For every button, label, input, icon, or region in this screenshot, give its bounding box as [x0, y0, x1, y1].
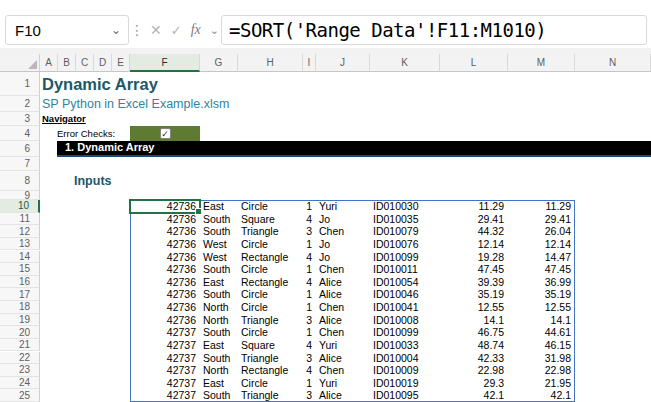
- cell-F13[interactable]: 42736: [130, 238, 200, 251]
- inputs-label-cell[interactable]: Inputs: [74, 171, 112, 191]
- cell-I13[interactable]: 1: [303, 238, 316, 251]
- cell-H21[interactable]: Square: [238, 339, 303, 352]
- cell-J25[interactable]: Alice: [316, 389, 370, 402]
- column-header-I[interactable]: I: [303, 54, 316, 72]
- cell-L22[interactable]: 42.33: [440, 352, 508, 365]
- cell-M10[interactable]: 11.29: [508, 200, 575, 213]
- cell-F15[interactable]: 42736: [130, 263, 200, 276]
- row-header-17[interactable]: 17: [0, 288, 40, 301]
- row-header-8[interactable]: 8: [0, 171, 40, 191]
- row-header-14[interactable]: 14: [0, 251, 40, 264]
- column-header-D[interactable]: D: [94, 54, 112, 72]
- formula-text[interactable]: =SORT('Range Data'!F11:M1010): [222, 19, 546, 41]
- cell-H25[interactable]: Triangle: [238, 389, 303, 402]
- cell-F14[interactable]: 42736: [130, 251, 200, 264]
- column-header-C[interactable]: C: [76, 54, 94, 72]
- row-header-6[interactable]: 6: [0, 141, 40, 157]
- cell-F18[interactable]: 42736: [130, 301, 200, 314]
- column-header-H[interactable]: H: [238, 54, 303, 72]
- cell-F21[interactable]: 42737: [130, 339, 200, 352]
- cell-L11[interactable]: 29.41: [440, 213, 508, 226]
- cell-G17[interactable]: South: [200, 288, 238, 301]
- cell-L13[interactable]: 12.14: [440, 238, 508, 251]
- cell-G25[interactable]: South: [200, 389, 238, 402]
- column-header-J[interactable]: J: [316, 54, 370, 72]
- cell-J13[interactable]: Jo: [316, 238, 370, 251]
- row-header-10[interactable]: 10: [0, 200, 40, 213]
- cell-J11[interactable]: Jo: [316, 213, 370, 226]
- column-header-M[interactable]: M: [508, 54, 575, 72]
- row-header-13[interactable]: 13: [0, 238, 40, 251]
- cell-J10[interactable]: Yuri: [316, 200, 370, 213]
- column-header-G[interactable]: G: [200, 54, 238, 72]
- cell-I24[interactable]: 1: [303, 377, 316, 390]
- cell-I25[interactable]: 3: [303, 389, 316, 402]
- column-header-B[interactable]: B: [58, 54, 76, 72]
- cell-F17[interactable]: 42736: [130, 288, 200, 301]
- cell-M12[interactable]: 26.04: [508, 225, 575, 238]
- row-header-18[interactable]: 18: [0, 301, 40, 314]
- cell-K22[interactable]: ID010004: [370, 352, 440, 365]
- cell-G13[interactable]: West: [200, 238, 238, 251]
- cell-J18[interactable]: Chen: [316, 301, 370, 314]
- cell-K25[interactable]: ID010095: [370, 389, 440, 402]
- cell-K17[interactable]: ID010046: [370, 288, 440, 301]
- cell-G12[interactable]: South: [200, 225, 238, 238]
- row-header-19[interactable]: 19: [0, 314, 40, 327]
- cell-L14[interactable]: 19.28: [440, 251, 508, 264]
- cell-M13[interactable]: 12.14: [508, 238, 575, 251]
- row-header-25[interactable]: 25: [0, 389, 40, 402]
- cell-I17[interactable]: 1: [303, 288, 316, 301]
- cell-K12[interactable]: ID010079: [370, 225, 440, 238]
- cell-H14[interactable]: Rectangle: [238, 251, 303, 264]
- cell-I14[interactable]: 4: [303, 251, 316, 264]
- cell-H22[interactable]: Triangle: [238, 352, 303, 365]
- cell-J12[interactable]: Chen: [316, 225, 370, 238]
- navigator-link-cell[interactable]: Navigator: [42, 112, 86, 126]
- cell-G14[interactable]: West: [200, 251, 238, 264]
- cell-G24[interactable]: East: [200, 377, 238, 390]
- cell-L24[interactable]: 29.3: [440, 377, 508, 390]
- cell-H15[interactable]: Circle: [238, 263, 303, 276]
- cell-I11[interactable]: 4: [303, 213, 316, 226]
- cell-G23[interactable]: North: [200, 364, 238, 377]
- row-header-15[interactable]: 15: [0, 263, 40, 276]
- cell-F22[interactable]: 42737: [130, 352, 200, 365]
- cell-I10[interactable]: 1: [303, 200, 316, 213]
- cell-F24[interactable]: 42737: [130, 377, 200, 390]
- cell-F19[interactable]: 42736: [130, 314, 200, 327]
- cell-L20[interactable]: 46.75: [440, 326, 508, 339]
- row-header-20[interactable]: 20: [0, 326, 40, 339]
- name-box-value[interactable]: F10: [6, 22, 111, 39]
- cell-H10[interactable]: Circle: [238, 200, 303, 213]
- cell-L25[interactable]: 42.1: [440, 389, 508, 402]
- cell-G10[interactable]: East: [200, 200, 238, 213]
- cell-I21[interactable]: 4: [303, 339, 316, 352]
- cell-L10[interactable]: 11.29: [440, 200, 508, 213]
- select-all-button[interactable]: [0, 54, 40, 72]
- cell-K13[interactable]: ID010076: [370, 238, 440, 251]
- cell-G18[interactable]: North: [200, 301, 238, 314]
- cell-L16[interactable]: 39.39: [440, 276, 508, 289]
- cell-I22[interactable]: 3: [303, 352, 316, 365]
- cell-G19[interactable]: North: [200, 314, 238, 327]
- cell-F12[interactable]: 42736: [130, 225, 200, 238]
- formula-input[interactable]: =SORT('Range Data'!F11:M1010): [221, 15, 647, 45]
- enter-icon[interactable]: ✓: [171, 23, 182, 38]
- cell-H11[interactable]: Square: [238, 213, 303, 226]
- cell-M25[interactable]: 42.1: [508, 389, 575, 402]
- cell-L23[interactable]: 22.98: [440, 364, 508, 377]
- cell-J14[interactable]: Jo: [316, 251, 370, 264]
- cell-I15[interactable]: 1: [303, 263, 316, 276]
- fill-handle[interactable]: [195, 208, 202, 215]
- column-header-E[interactable]: E: [112, 54, 130, 72]
- row-header-24[interactable]: 24: [0, 377, 40, 390]
- cell-F16[interactable]: 42736: [130, 276, 200, 289]
- row-header-3[interactable]: 3: [0, 112, 40, 126]
- cell-H20[interactable]: Circle: [238, 326, 303, 339]
- cell-K10[interactable]: ID010030: [370, 200, 440, 213]
- formula-bar-expand-icon[interactable]: ⌄: [210, 24, 219, 37]
- name-box[interactable]: F10 ⌄: [5, 15, 129, 45]
- row-header-22[interactable]: 22: [0, 352, 40, 365]
- checkbox-checked-icon[interactable]: ✓: [160, 128, 171, 139]
